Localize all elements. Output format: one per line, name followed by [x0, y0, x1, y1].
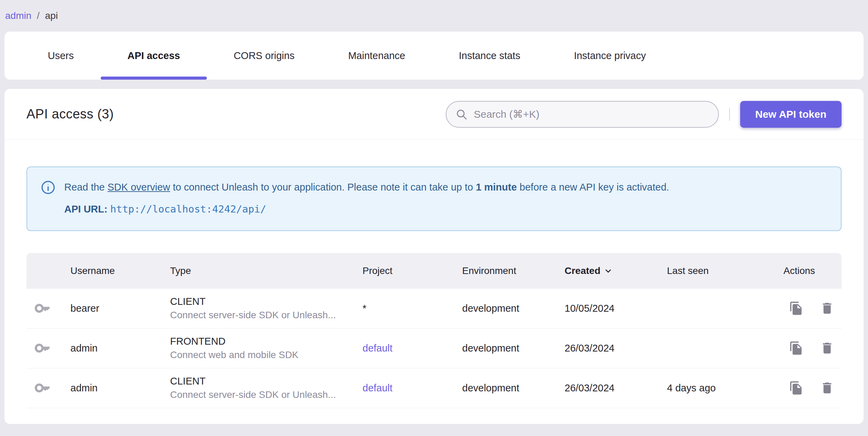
info-text: Read the SDK overview to connect Unleash…	[64, 181, 669, 194]
column-header-project[interactable]: Project	[363, 265, 462, 276]
key-icon	[34, 379, 70, 397]
breadcrumb-current-api: api	[45, 10, 58, 21]
column-header-created[interactable]: Created	[565, 265, 667, 276]
column-header-type[interactable]: Type	[170, 265, 363, 276]
api-tokens-table: Username Type Project Environment Create…	[26, 253, 842, 408]
search-input[interactable]	[474, 108, 709, 120]
token-last-seen: 4 days ago	[667, 382, 783, 394]
delete-token-button[interactable]	[820, 301, 834, 315]
token-project-link[interactable]: default	[363, 382, 392, 393]
table-row: admin CLIENT Connect server-side SDK or …	[26, 368, 842, 408]
delete-token-button[interactable]	[820, 381, 834, 395]
toolbar-divider	[729, 108, 730, 121]
tab-maintenance[interactable]: Maintenance	[321, 32, 432, 80]
key-icon	[34, 299, 70, 317]
copy-token-button[interactable]	[789, 381, 803, 395]
delete-token-button[interactable]	[820, 341, 834, 355]
breadcrumb: admin / api	[0, 0, 868, 32]
api-url-line: API URL: http://localhost:4242/api/	[64, 203, 827, 216]
token-environment: development	[462, 343, 565, 354]
column-header-created-label: Created	[565, 265, 600, 276]
token-created: 26/03/2024	[565, 382, 667, 394]
token-type-description: Connect web and mobile SDK	[170, 349, 363, 360]
copy-token-button[interactable]	[789, 301, 803, 315]
info-text-bold: 1 minute	[476, 182, 517, 193]
table-row: admin FRONTEND Connect web and mobile SD…	[26, 329, 842, 368]
sdk-overview-link[interactable]: SDK overview	[108, 182, 170, 193]
api-access-panel: API access (3) New API token Read the SD…	[4, 89, 864, 424]
token-type: CLIENT	[170, 296, 363, 307]
token-type: CLIENT	[170, 376, 363, 387]
key-icon	[34, 339, 70, 357]
breadcrumb-link-admin[interactable]: admin	[5, 10, 31, 21]
toolbar-right: New API token	[446, 101, 842, 128]
column-header-last-seen[interactable]: Last seen	[667, 265, 783, 276]
info-box: Read the SDK overview to connect Unleash…	[26, 167, 842, 231]
page-title: API access (3)	[26, 107, 114, 122]
tabs-bar: Users API access CORS origins Maintenanc…	[4, 32, 864, 80]
new-api-token-button[interactable]: New API token	[740, 101, 842, 128]
tab-cors-origins[interactable]: CORS origins	[207, 32, 321, 80]
info-text-end: before a new API key is activated.	[517, 182, 669, 193]
token-created: 26/03/2024	[565, 343, 667, 354]
api-url-label: API URL	[64, 204, 104, 215]
search-box[interactable]	[446, 101, 719, 128]
tab-api-access[interactable]: API access	[101, 32, 207, 80]
tab-instance-stats[interactable]: Instance stats	[432, 32, 547, 80]
token-type-description: Connect server-side SDK or Unleash...	[170, 389, 363, 400]
table-header-row: Username Type Project Environment Create…	[26, 253, 842, 289]
token-username: admin	[70, 382, 170, 394]
token-project: *	[363, 303, 366, 314]
column-header-environment[interactable]: Environment	[462, 265, 565, 276]
token-type: FRONTEND	[170, 336, 363, 347]
column-header-username[interactable]: Username	[70, 265, 170, 276]
table-row: bearer CLIENT Connect server-side SDK or…	[26, 289, 842, 329]
token-username: bearer	[70, 303, 170, 314]
info-text-middle: to connect Unleash to your application. …	[170, 182, 476, 193]
tab-users[interactable]: Users	[21, 32, 101, 80]
token-username: admin	[70, 343, 170, 354]
token-type-description: Connect server-side SDK or Unleash...	[170, 310, 363, 321]
info-icon	[41, 180, 55, 195]
api-url-separator: :	[104, 204, 110, 215]
token-created: 10/05/2024	[565, 303, 667, 314]
token-environment: development	[462, 382, 565, 394]
copy-token-button[interactable]	[789, 341, 803, 355]
search-icon	[455, 108, 468, 121]
breadcrumb-separator: /	[37, 10, 40, 21]
info-text-start: Read the	[64, 182, 108, 193]
sort-desc-chevron-icon	[604, 266, 613, 275]
api-url-value: http://localhost:4242/api/	[110, 203, 266, 215]
tab-instance-privacy[interactable]: Instance privacy	[547, 32, 673, 80]
column-header-actions: Actions	[783, 265, 841, 276]
token-project-link[interactable]: default	[363, 343, 392, 354]
panel-toolbar: API access (3) New API token	[4, 89, 864, 140]
token-environment: development	[462, 303, 565, 314]
